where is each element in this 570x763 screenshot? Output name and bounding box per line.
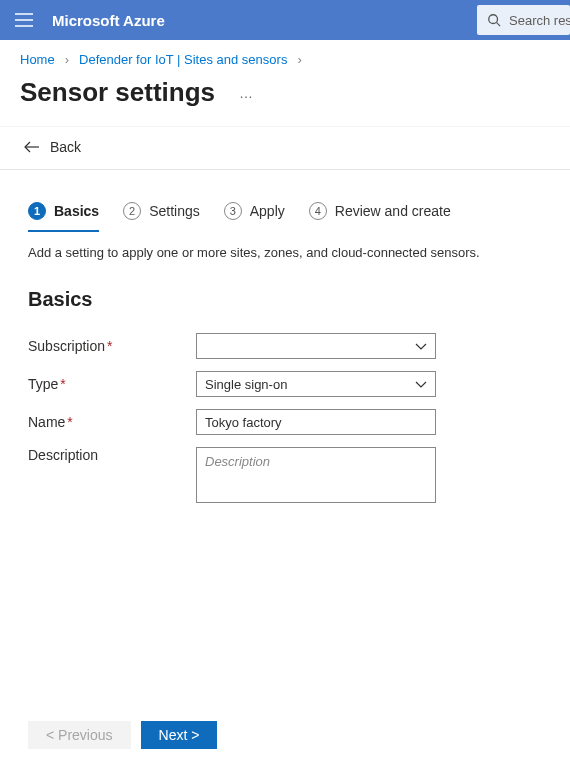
step-label: Basics: [54, 203, 99, 219]
description-label: Description: [28, 447, 196, 463]
form-row-subscription: Subscription*: [28, 333, 542, 359]
breadcrumb: Home › Defender for IoT | Sites and sens…: [0, 40, 570, 71]
form-row-name: Name*: [28, 409, 542, 435]
content-area: 1 Basics 2 Settings 3 Apply 4 Review and…: [0, 178, 570, 506]
type-value: Single sign-on: [205, 377, 287, 392]
step-label: Apply: [250, 203, 285, 219]
wizard-stepper: 1 Basics 2 Settings 3 Apply 4 Review and…: [28, 202, 542, 233]
tab-review-and-create[interactable]: 4 Review and create: [309, 202, 451, 230]
step-description: Add a setting to apply one or more sites…: [28, 245, 542, 260]
step-label: Review and create: [335, 203, 451, 219]
brand-title: Microsoft Azure: [52, 12, 165, 29]
chevron-right-icon: ›: [65, 52, 69, 67]
type-select[interactable]: Single sign-on: [196, 371, 436, 397]
tab-basics[interactable]: 1 Basics: [28, 202, 99, 232]
search-icon: [487, 13, 501, 27]
step-number: 2: [123, 202, 141, 220]
name-label: Name*: [28, 414, 196, 430]
back-button[interactable]: Back: [0, 126, 570, 170]
basics-form: Subscription* Type* Single sign-on: [28, 333, 542, 506]
search-placeholder: Search resou: [509, 13, 570, 28]
subscription-select[interactable]: [196, 333, 436, 359]
breadcrumb-defender-sites-sensors[interactable]: Defender for IoT | Sites and sensors: [79, 52, 287, 67]
form-row-type: Type* Single sign-on: [28, 371, 542, 397]
hamburger-icon: [15, 13, 33, 27]
svg-line-4: [497, 23, 501, 27]
top-bar: Microsoft Azure Search resou: [0, 0, 570, 40]
svg-point-3: [489, 15, 498, 24]
previous-button[interactable]: < Previous: [28, 721, 131, 749]
type-label: Type*: [28, 376, 196, 392]
wizard-footer: < Previous Next >: [0, 709, 570, 763]
name-input[interactable]: [196, 409, 436, 435]
tab-settings[interactable]: 2 Settings: [123, 202, 200, 230]
label-text: Subscription: [28, 338, 105, 354]
breadcrumb-home[interactable]: Home: [20, 52, 55, 67]
global-search[interactable]: Search resou: [477, 5, 570, 35]
page-title-row: Sensor settings …: [0, 71, 570, 126]
step-number: 4: [309, 202, 327, 220]
next-button[interactable]: Next >: [141, 721, 218, 749]
section-heading-basics: Basics: [28, 288, 542, 311]
subscription-label: Subscription*: [28, 338, 196, 354]
arrow-left-icon: [24, 141, 40, 153]
chevron-right-icon: ›: [297, 52, 301, 67]
step-number: 1: [28, 202, 46, 220]
tab-apply[interactable]: 3 Apply: [224, 202, 285, 230]
more-actions-button[interactable]: …: [239, 85, 254, 101]
back-label: Back: [50, 139, 81, 155]
page-title: Sensor settings: [20, 77, 215, 108]
hamburger-menu-button[interactable]: [0, 0, 48, 40]
required-indicator: *: [107, 338, 112, 354]
required-indicator: *: [67, 414, 72, 430]
chevron-down-icon: [415, 377, 427, 392]
required-indicator: *: [60, 376, 65, 392]
label-text: Type: [28, 376, 58, 392]
chevron-down-icon: [415, 339, 427, 354]
form-row-description: Description: [28, 447, 542, 506]
label-text: Name: [28, 414, 65, 430]
step-number: 3: [224, 202, 242, 220]
step-label: Settings: [149, 203, 200, 219]
description-textarea[interactable]: [196, 447, 436, 503]
